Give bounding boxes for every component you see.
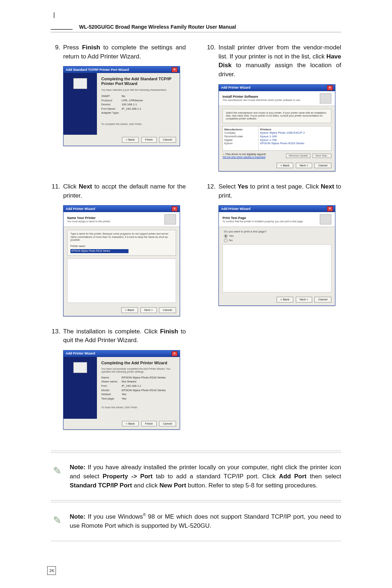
dialog-tcpip-port-complete: Add Standard TCP/IP Printer Port Wizard … [63,66,180,146]
close-icon[interactable]: × [327,206,333,211]
step-9: 9. Press Finish to complete the settings… [51,43,186,61]
note-1: ✎ Note: If you have already installed th… [51,463,341,490]
close-icon[interactable]: × [172,351,177,356]
page-number: 24 [47,566,56,575]
instruction-panel: Select the manufacturer and model of you… [222,109,331,123]
printer-icon [320,214,331,224]
printer-icon [73,78,87,89]
step-13: 13. The installation is complete. Click … [51,327,186,345]
back-button[interactable]: < Back [277,297,294,303]
cancel-button[interactable]: Cancel [314,163,331,169]
next-button[interactable]: Next > [296,297,312,303]
note-icon: ✎ [51,512,63,530]
printer-icon [164,214,176,224]
test-page-no[interactable]: No [224,239,335,242]
printer-name-input[interactable]: EPSON Stylus Photo R210 Series [70,249,128,253]
printer-icon [73,362,87,373]
close-icon[interactable]: × [172,67,177,72]
cancel-button[interactable]: Cancel [159,307,176,313]
cancel-button[interactable]: Cancel [314,297,331,303]
windows-update-button[interactable]: Windows Update [286,154,310,158]
next-button[interactable]: Next > [296,163,312,169]
separator [51,541,341,541]
back-button[interactable]: < Back [122,137,139,143]
step-12: 12. Select Yes to print a test page. Cli… [206,182,341,200]
next-button[interactable]: Next > [140,307,157,313]
wizard-heading: Completing the Add Standard TCP/IP Print… [101,77,175,86]
dialog-name-your-printer: Add Printer Wizard × Name Your Printer Y… [63,205,180,316]
dialog-title: Add Printer Wizard [221,207,250,211]
separator [51,500,341,502]
have-disk-button[interactable]: Have Disk... [313,154,331,158]
note-icon: ✎ [51,463,63,490]
dialog-title: Add Printer Wizard [66,352,95,356]
wizard-subtitle: You have selected a port with the follow… [101,89,175,92]
separator [51,451,341,453]
dialog-completing-add-printer: Add Printer Wizard × Completing the Add … [63,350,180,430]
dialog-title: Add Printer Wizard [221,86,250,90]
router-icon [51,18,73,30]
step-10: 10. Install printer driver from the vend… [206,43,341,79]
back-button[interactable]: < Back [122,421,139,427]
dialog-title: Add Standard TCP/IP Printer Port Wizard [66,68,129,72]
back-button[interactable]: < Back [121,307,138,313]
printer-icon [320,93,331,104]
finish-button[interactable]: Finish [141,421,157,427]
finish-button[interactable]: Finish [141,137,157,143]
manual-title: WL-520GU/GC Broad Range Wireless Family … [79,24,236,30]
note-2: ✎ Note: If you use Windows® 98 or ME whi… [51,512,341,530]
dialog-install-printer-software: Add Printer Wizard × Install Printer Sof… [219,84,335,172]
test-page-yes[interactable]: Yes [224,234,335,238]
manufacturer-printer-list[interactable]: Manufacturer Compaq Diconix/Kodak Digita… [222,126,331,151]
cancel-button[interactable]: Cancel [159,421,176,427]
close-icon[interactable]: × [172,206,177,211]
dialog-print-test-page: Add Printer Wizard × Print Test Page To … [219,205,335,305]
step-11: 11. Click Next to accpt the default name… [51,182,186,200]
dialog-title: Add Printer Wizard [66,207,95,211]
back-button[interactable]: < Back [277,163,294,169]
page-header: WL-520GU/GC Broad Range Wireless Family … [51,18,341,32]
cancel-button[interactable]: Cancel [159,137,176,143]
close-icon[interactable]: × [327,85,333,90]
